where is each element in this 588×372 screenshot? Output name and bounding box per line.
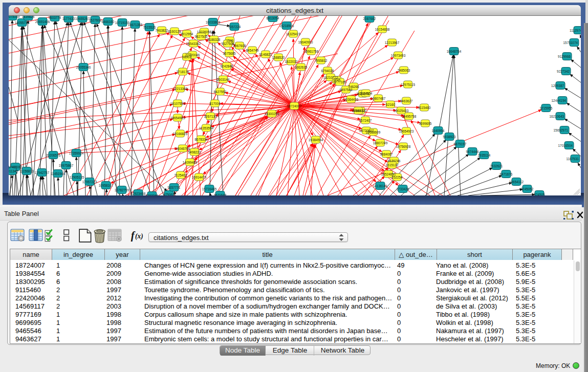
svg-text:16782759: 16782759 bbox=[115, 188, 129, 192]
svg-text:17485061: 17485061 bbox=[9, 165, 23, 169]
svg-text:7125402: 7125402 bbox=[175, 173, 187, 177]
svg-text:746266: 746266 bbox=[348, 85, 359, 89]
svg-text:7632621: 7632621 bbox=[490, 164, 503, 168]
svg-text:1362615: 1362615 bbox=[295, 65, 308, 69]
svg-text:17359924: 17359924 bbox=[69, 151, 84, 155]
svg-text:10973493: 10973493 bbox=[391, 54, 406, 57]
svg-text:1839824: 1839824 bbox=[22, 16, 35, 18]
svg-text:5938923: 5938923 bbox=[443, 135, 456, 139]
svg-text:10958107: 10958107 bbox=[99, 184, 114, 187]
svg-text:10654112: 10654112 bbox=[509, 180, 524, 184]
svg-text:10807487: 10807487 bbox=[371, 97, 386, 100]
svg-text:18724007: 18724007 bbox=[287, 104, 302, 108]
svg-text:11156813: 11156813 bbox=[19, 169, 34, 173]
svg-text:20055346: 20055346 bbox=[76, 65, 91, 69]
svg-text:3912954: 3912954 bbox=[181, 32, 193, 36]
svg-text:1112974: 1112974 bbox=[570, 29, 581, 32]
svg-text:9129966: 9129966 bbox=[558, 55, 571, 58]
svg-text:9474444: 9474444 bbox=[466, 150, 479, 154]
svg-text:2967608: 2967608 bbox=[233, 44, 246, 48]
svg-text:3024554: 3024554 bbox=[360, 92, 373, 95]
svg-text:19654923: 19654923 bbox=[399, 129, 414, 133]
svg-text:9115460: 9115460 bbox=[418, 106, 431, 110]
svg-text:1292346: 1292346 bbox=[146, 194, 159, 196]
svg-text:16046766: 16046766 bbox=[176, 147, 190, 150]
svg-text:16075059: 16075059 bbox=[9, 16, 20, 18]
svg-text:1615132: 1615132 bbox=[386, 163, 399, 167]
svg-text:98901: 98901 bbox=[182, 55, 191, 59]
svg-text:2718176: 2718176 bbox=[177, 70, 189, 74]
svg-text:975061: 975061 bbox=[163, 193, 175, 196]
svg-text:9777169: 9777169 bbox=[334, 80, 346, 84]
svg-text:1572407: 1572407 bbox=[359, 119, 372, 122]
svg-text:1571648: 1571648 bbox=[214, 193, 227, 196]
svg-text:11451944: 11451944 bbox=[51, 172, 65, 176]
svg-text:3215955: 3215955 bbox=[540, 106, 553, 110]
svg-text:16543362: 16543362 bbox=[186, 42, 201, 46]
svg-text:924505: 924505 bbox=[534, 193, 545, 196]
svg-text:20206576: 20206576 bbox=[46, 154, 61, 157]
svg-text:19384554: 19384554 bbox=[309, 138, 323, 142]
svg-text:15751074: 15751074 bbox=[563, 41, 578, 45]
svg-text:1822037: 1822037 bbox=[285, 60, 298, 63]
svg-text:9603774: 9603774 bbox=[49, 16, 61, 19]
svg-text:8454749: 8454749 bbox=[246, 49, 259, 52]
svg-text:20691406: 20691406 bbox=[35, 20, 50, 24]
svg-text:7515526: 7515526 bbox=[143, 26, 156, 29]
svg-text:9699695: 9699695 bbox=[419, 122, 432, 125]
svg-text:7463822: 7463822 bbox=[156, 29, 168, 32]
svg-text:10655267: 10655267 bbox=[75, 17, 90, 20]
svg-text:2087682: 2087682 bbox=[363, 17, 376, 20]
svg-text:62160: 62160 bbox=[386, 103, 395, 106]
svg-text:3675685: 3675685 bbox=[223, 52, 236, 55]
svg-text:11353594: 11353594 bbox=[199, 126, 213, 130]
svg-text:12213369: 12213369 bbox=[173, 87, 188, 91]
svg-text:9884067: 9884067 bbox=[380, 152, 393, 156]
svg-text:8813054: 8813054 bbox=[267, 16, 279, 20]
svg-text:(x): (x) bbox=[135, 232, 143, 240]
svg-text:2935114: 2935114 bbox=[478, 154, 491, 157]
svg-text:6794028: 6794028 bbox=[321, 69, 334, 73]
svg-text:16210643: 16210643 bbox=[550, 115, 564, 118]
svg-text:817004: 817004 bbox=[209, 102, 221, 105]
svg-text:17016504: 17016504 bbox=[558, 144, 573, 147]
svg-text:19218506: 19218506 bbox=[279, 24, 294, 28]
svg-text:15692971: 15692971 bbox=[554, 128, 569, 132]
svg-text:16671355: 16671355 bbox=[128, 23, 143, 27]
svg-text:6466160: 6466160 bbox=[102, 20, 115, 24]
svg-text:20364436: 20364436 bbox=[344, 98, 359, 101]
svg-text:3267130: 3267130 bbox=[204, 115, 217, 118]
svg-text:16961758: 16961758 bbox=[304, 50, 319, 53]
svg-text:16033809: 16033809 bbox=[206, 20, 221, 24]
svg-text:19654983: 19654983 bbox=[170, 116, 185, 120]
svg-text:9242848: 9242848 bbox=[221, 64, 233, 68]
svg-text:1733426: 1733426 bbox=[397, 187, 409, 191]
svg-text:5498222: 5498222 bbox=[188, 150, 201, 154]
svg-text:16648784: 16648784 bbox=[447, 50, 462, 53]
svg-text:13226058: 13226058 bbox=[197, 30, 212, 34]
svg-text:8471676: 8471676 bbox=[500, 172, 513, 176]
svg-text:19166825: 19166825 bbox=[173, 132, 188, 136]
svg-text:252254: 252254 bbox=[391, 176, 403, 179]
svg-text:16640910: 16640910 bbox=[298, 40, 313, 44]
svg-text:9146821: 9146821 bbox=[259, 53, 272, 56]
svg-text:9327508: 9327508 bbox=[222, 42, 234, 46]
svg-text:14055714: 14055714 bbox=[15, 21, 30, 25]
svg-text:7357224: 7357224 bbox=[228, 25, 241, 29]
svg-text:1588520: 1588520 bbox=[272, 56, 285, 59]
svg-text:6497543: 6497543 bbox=[340, 88, 353, 92]
svg-text:9227342: 9227342 bbox=[557, 70, 570, 73]
svg-text:12975115: 12975115 bbox=[401, 83, 415, 86]
svg-text:16914479: 16914479 bbox=[192, 176, 207, 179]
svg-text:7485063: 7485063 bbox=[398, 69, 410, 72]
svg-text:15716485: 15716485 bbox=[202, 187, 217, 191]
svg-text:8160123: 8160123 bbox=[168, 30, 181, 33]
svg-text:12905135: 12905135 bbox=[70, 176, 84, 179]
svg-text:12923468: 12923468 bbox=[131, 192, 146, 195]
svg-text:18300295: 18300295 bbox=[265, 112, 279, 116]
svg-text:6120746: 6120746 bbox=[388, 159, 401, 163]
svg-text:8186328: 8186328 bbox=[208, 38, 221, 41]
svg-text:6879197: 6879197 bbox=[454, 142, 467, 146]
svg-text:1527602: 1527602 bbox=[89, 18, 102, 22]
svg-text:1640954: 1640954 bbox=[432, 129, 445, 133]
